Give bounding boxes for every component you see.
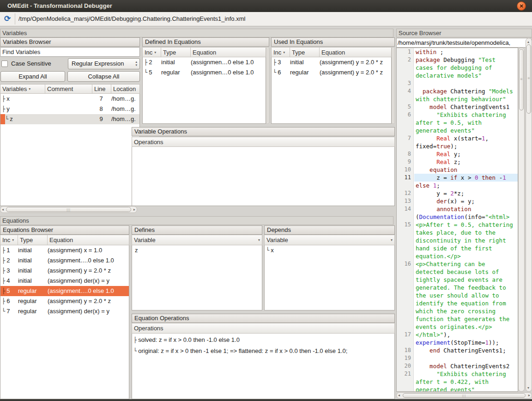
cell-inc: ├2 <box>143 57 161 67</box>
column-header[interactable]: Equation <box>48 235 129 245</box>
collapse-all-button[interactable]: Collapse All <box>67 71 140 82</box>
table-row[interactable]: ├y8/hom…g. <box>0 104 139 114</box>
scroll-left-icon[interactable]: ◂ <box>2 207 4 213</box>
code-line <box>414 79 518 87</box>
line-number: 11 <box>397 174 413 182</box>
regex-select[interactable]: Regular Expression ▴▾ <box>68 58 140 69</box>
column-header[interactable]: Equation <box>320 48 391 57</box>
cell-inc: ├2 <box>0 255 18 266</box>
line-number <box>397 299 413 307</box>
case-sensitive-checkbox[interactable] <box>1 61 8 67</box>
operation-row[interactable]: └original: z = if x > 0 then -1 else 1; … <box>132 346 394 357</box>
code-editor[interactable]: 123456789101112131415161718192021 within… <box>396 48 518 392</box>
scroll-thumb[interactable] <box>519 49 524 110</box>
code-line: "Exhibits chattering <box>414 370 518 378</box>
variable-operations-list[interactable] <box>132 147 395 206</box>
scroll-left-icon[interactable]: ◂ <box>398 392 400 398</box>
scroll-right-icon[interactable]: ▸ <box>528 392 530 398</box>
scroll-down-icon[interactable]: ▾ <box>527 385 529 391</box>
table-row[interactable]: ├4initial(assignment) der(x) = y <box>0 276 129 286</box>
operation-row[interactable]: ├solved: z = if x > 0.0 then -1.0 else 1… <box>132 334 394 346</box>
defined-in-table[interactable]: ├2initial(assignmen…0 else 1.0└5regular(… <box>142 57 266 124</box>
equations-table[interactable]: ├1initial(assignment) x = 1.0├2initial(a… <box>0 245 129 399</box>
cell-variable: ├y <box>0 104 45 114</box>
table-row[interactable]: ├6regular(assignment) y = 2.0 * z <box>0 296 129 306</box>
editor-hscrollbar[interactable]: ◂ ▸ <box>396 392 532 399</box>
editor-vscrollbar[interactable] <box>518 48 525 392</box>
code-line <box>414 354 518 362</box>
table-row[interactable]: ├3initial(assignment) y = 2.0 * z <box>0 266 129 276</box>
defines-table[interactable]: z <box>132 245 262 310</box>
cell-type: initial <box>18 266 48 276</box>
code-line: the user should allow to <box>414 292 518 299</box>
sort-icon: ▾ <box>12 238 14 242</box>
code-line: which the zero crossing <box>414 307 518 315</box>
code-line: Real x(start=1, <box>414 134 518 142</box>
code-line: events originates.</p> <box>414 323 518 331</box>
code-line: experiment(StopTime=1)); <box>414 339 518 346</box>
refresh-button[interactable]: ⟳ <box>2 13 13 24</box>
sort-icon: ▾ <box>391 238 393 242</box>
column-header[interactable]: Equation <box>191 48 266 57</box>
column-header[interactable]: Variables▾ <box>0 85 45 93</box>
table-row[interactable]: ├x7/hom…g. <box>0 94 139 104</box>
line-number <box>397 142 413 150</box>
window-titlebar[interactable]: OMEdit - Transformational Debugger <box>0 0 532 12</box>
scroll-thumb[interactable] <box>267 48 268 123</box>
table-row[interactable]: ├2initial(assignment….0 else 1.0 <box>0 255 129 266</box>
cell-line: 9 <box>92 114 111 124</box>
table-row[interactable]: └5regular(assignmen…0 else 1.0 <box>143 67 266 78</box>
used-in-table[interactable]: ├3initial(assignment) y = 2.0 * z└6regul… <box>271 57 392 124</box>
table-row[interactable]: └z9/hom…g. <box>0 114 139 124</box>
defined-in-vscrollbar[interactable] <box>266 47 269 124</box>
column-header[interactable]: Inc▾ <box>272 48 290 57</box>
column-header[interactable]: Type <box>18 235 48 245</box>
table-row[interactable]: ├5regular(assignment….0 else 1.0 <box>0 286 129 296</box>
code-area[interactable]: within ;package Debugging "Testcases for… <box>414 48 518 391</box>
spinner-icons: ▴▾ <box>135 60 137 67</box>
cell-inc: ├1 <box>0 245 18 255</box>
code-line: Real z; <box>414 158 518 166</box>
scroll-thumb[interactable] <box>393 48 394 123</box>
variables-hscrollbar[interactable]: ◂ ▸ <box>0 206 137 213</box>
table-row[interactable]: ├1initial(assignment) x = 1.0 <box>0 245 129 255</box>
cell-type: initial <box>18 255 48 266</box>
line-number: 16 <box>397 260 413 268</box>
equations-table-header: Inc▾TypeEquation <box>0 235 129 245</box>
column-header[interactable]: Inc▾ <box>0 235 18 245</box>
cell-variable: └z <box>0 114 45 124</box>
used-in-vscrollbar[interactable] <box>392 47 395 124</box>
tree-branch-icon: ├ <box>2 257 5 264</box>
scroll-right-icon[interactable]: ▸ <box>133 207 135 213</box>
equation-operations-list[interactable]: ├solved: z = if x > 0.0 then -1.0 else 1… <box>132 334 395 399</box>
table-row[interactable]: └x <box>265 245 394 255</box>
cell-variable: ├x <box>0 94 45 104</box>
scroll-thumb[interactable] <box>526 44 531 114</box>
column-header[interactable]: Location <box>111 85 139 93</box>
line-number <box>397 284 413 292</box>
close-button[interactable]: ✕ <box>517 1 526 11</box>
scroll-thumb[interactable] <box>403 393 526 398</box>
table-row[interactable]: └6regular(assignment) y = 2.0 * z <box>272 67 391 78</box>
cell-equation: (assignment) y = 2.0 * z <box>48 296 129 306</box>
column-header[interactable]: Type <box>161 48 191 57</box>
expand-all-button[interactable]: Expand All <box>0 71 65 82</box>
column-header[interactable]: Inc▾ <box>143 48 161 57</box>
scroll-thumb[interactable] <box>6 207 131 212</box>
column-header[interactable]: Type <box>290 48 320 57</box>
find-variables-input[interactable] <box>0 47 140 57</box>
table-row[interactable]: ├3initial(assignment) y = 2.0 * z <box>272 57 391 67</box>
variables-table[interactable]: ├x7/hom…g.├y8/hom…g.└z9/hom…g. <box>0 94 140 206</box>
line-number: 15 <box>397 221 413 229</box>
cell-variable: x <box>271 245 275 255</box>
source-panel-vscrollbar[interactable]: ▴ ▾ <box>526 38 532 392</box>
table-row[interactable]: └7regular(assignment) der(x) = y <box>0 306 129 316</box>
table-row[interactable]: ├2initial(assignmen…0 else 1.0 <box>143 57 266 67</box>
depends-table[interactable]: └x <box>264 245 395 310</box>
column-header[interactable]: Line <box>92 85 111 93</box>
cell-inc: ├5 <box>0 286 18 296</box>
column-header[interactable]: Comment <box>45 85 92 93</box>
tree-branch-icon: └ <box>273 69 276 76</box>
code-line: package Chattering "Models <box>414 87 518 95</box>
table-row[interactable]: z <box>132 245 262 255</box>
